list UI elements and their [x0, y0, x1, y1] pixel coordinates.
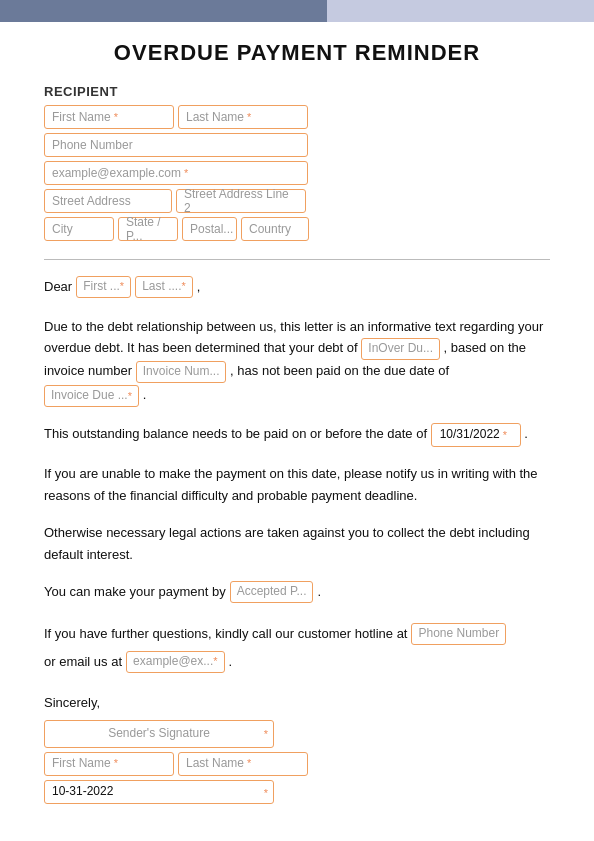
- street-row: Street Address Street Address Line 2: [44, 189, 550, 213]
- sender-name-row: First Name Last Name: [44, 752, 550, 776]
- dear-line: Dear First ... * Last .... * ,: [44, 276, 550, 298]
- postal-input[interactable]: Postal...: [182, 217, 237, 241]
- first-name-input[interactable]: First Name: [44, 105, 174, 129]
- signature-input[interactable]: Sender's Signature: [44, 720, 274, 748]
- sincerely-block: Sincerely, Sender's Signature First Name…: [44, 693, 550, 804]
- phone-input[interactable]: Phone Number: [44, 133, 308, 157]
- email-row: example@example.com: [44, 161, 550, 185]
- payment-line: You can make your payment by Accepted P.…: [44, 581, 550, 603]
- paragraph-4: Otherwise necessary legal actions are ta…: [44, 522, 550, 565]
- recipient-label: RECIPIENT: [44, 84, 550, 99]
- top-bar: [0, 0, 594, 22]
- dear-comma: ,: [197, 277, 201, 298]
- state-input[interactable]: State / P...: [118, 217, 178, 241]
- paragraph-2: This outstanding balance needs to be pai…: [44, 423, 550, 447]
- amount-input[interactable]: InOver Du...: [361, 338, 440, 360]
- page-content: OVERDUE PAYMENT REMINDER RECIPIENT First…: [0, 22, 594, 834]
- city-row: City State / P... Postal... Country: [44, 217, 550, 241]
- hotline-line: If you have further questions, kindly ca…: [44, 623, 550, 645]
- page-title: OVERDUE PAYMENT REMINDER: [44, 40, 550, 66]
- sender-first-name-input[interactable]: First Name: [44, 752, 174, 776]
- top-bar-left: [0, 0, 327, 22]
- contact-email-input[interactable]: example@ex... *: [126, 651, 225, 673]
- sender-last-name-input[interactable]: Last Name: [178, 752, 308, 776]
- hotline-phone-input[interactable]: Phone Number: [411, 623, 506, 645]
- recipient-block: RECIPIENT First Name Last Name Phone Num…: [44, 84, 550, 241]
- accepted-payment-input[interactable]: Accepted P...: [230, 581, 314, 603]
- name-row: First Name Last Name: [44, 105, 550, 129]
- phone-row: Phone Number: [44, 133, 550, 157]
- country-input[interactable]: Country: [241, 217, 309, 241]
- due-date-input[interactable]: 10/31/2022 *: [431, 423, 521, 447]
- invoice-num-input[interactable]: Invoice Num...: [136, 361, 227, 383]
- dear-label: Dear: [44, 277, 72, 298]
- email-line: or email us at example@ex... * .: [44, 651, 550, 673]
- paragraph-3: If you are unable to make the payment on…: [44, 463, 550, 506]
- sincerely-label: Sincerely,: [44, 693, 550, 714]
- dear-last-input[interactable]: Last .... *: [135, 276, 193, 298]
- street1-input[interactable]: Street Address: [44, 189, 172, 213]
- sender-date-input[interactable]: 10-31-2022: [44, 780, 274, 804]
- invoice-due-input[interactable]: Invoice Due ... *: [44, 385, 139, 407]
- divider: [44, 259, 550, 260]
- street2-input[interactable]: Street Address Line 2: [176, 189, 306, 213]
- paragraph-1: Due to the debt relationship between us,…: [44, 316, 550, 407]
- top-bar-right: [327, 0, 594, 22]
- letter-body: Dear First ... * Last .... * , Due to th…: [44, 276, 550, 804]
- city-input[interactable]: City: [44, 217, 114, 241]
- dear-first-input[interactable]: First ... *: [76, 276, 131, 298]
- email-input[interactable]: example@example.com: [44, 161, 308, 185]
- last-name-input[interactable]: Last Name: [178, 105, 308, 129]
